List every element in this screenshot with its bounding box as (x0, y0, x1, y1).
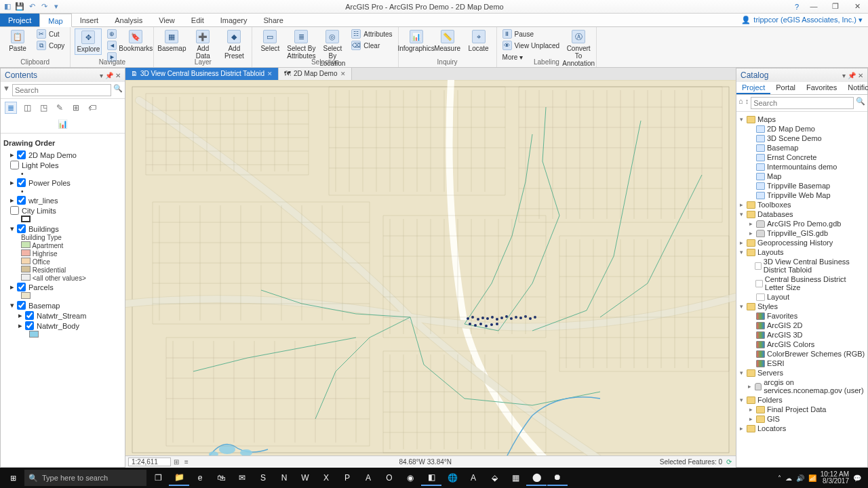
tree-item[interactable]: ▸arcgis on services.nconemap.gov (user) (738, 378, 866, 395)
node-layouts[interactable]: ▾Layouts (738, 247, 866, 257)
layer-light-poles[interactable]: Light Poles (3, 160, 122, 170)
tab-view[interactable]: View (151, 14, 183, 26)
list-selection-icon[interactable]: ◳ (37, 102, 50, 114)
node-styles[interactable]: ▾Styles (738, 302, 866, 311)
tray-chevron-icon[interactable]: ˄ (778, 474, 781, 482)
list-snapping-icon[interactable]: ⊞ (70, 102, 82, 114)
tree-item[interactable]: Trippville Web Map (738, 190, 866, 200)
minimize-button[interactable]: — (806, 2, 822, 11)
tree-item[interactable]: Intermountains demo (738, 162, 866, 171)
tray-icon[interactable]: 🔊 (796, 474, 804, 482)
list-labeling-icon[interactable]: 🏷 (86, 102, 98, 114)
catalog-search-input[interactable] (751, 97, 854, 109)
pane-pin-icon[interactable]: 📌 (848, 72, 856, 79)
node-servers[interactable]: ▾Servers (738, 368, 866, 378)
outlook-icon[interactable]: O (379, 470, 399, 486)
select-by-attributes-button[interactable]: ≣Select By Attributes (288, 28, 315, 61)
maximize-button[interactable]: ❐ (827, 2, 844, 11)
catalog-tab-notifications[interactable]: Notification (842, 82, 868, 94)
tree-item[interactable]: Basemap (738, 143, 866, 152)
tree-item[interactable]: ▸Trippville_GIS.gdb (738, 228, 866, 238)
task-view-icon[interactable]: ❐ (148, 470, 168, 486)
pane-options-icon[interactable]: ▾ (100, 72, 103, 79)
pane-close-icon[interactable]: ✕ (858, 72, 863, 79)
node-toolboxes[interactable]: ▸Toolboxes (738, 200, 866, 209)
contents-search-input[interactable] (12, 84, 111, 96)
access-icon[interactable]: A (358, 470, 378, 486)
camtasia-icon[interactable]: ⬤ (526, 470, 547, 486)
excel-icon[interactable]: X (316, 470, 336, 486)
sort-icon[interactable]: ↕ (745, 97, 749, 109)
map-frame-node[interactable]: ▸ 2D Map Demo (3, 150, 122, 160)
refresh-icon[interactable]: ⟳ (726, 458, 732, 466)
word-icon[interactable]: W (295, 470, 315, 486)
file-explorer-icon[interactable]: 📁 (169, 470, 189, 486)
view-unplaced-button[interactable]: 👁View Unplaced (501, 40, 561, 51)
basemap-button[interactable]: ▦Basemap (158, 28, 185, 54)
view-tab-3d-layout[interactable]: 🗎3D View Central Business District Tablo… (125, 68, 279, 80)
filter-icon[interactable]: ▼ (3, 84, 10, 96)
tree-item[interactable]: Ernst Concrete (738, 152, 866, 162)
tree-item[interactable]: ColorBrewer Schemes (RGB) (738, 349, 866, 359)
signed-in-user[interactable]: 👤 trippcor (eGIS Associates, Inc.) ▾ (741, 14, 868, 26)
tab-analysis[interactable]: Analysis (106, 14, 151, 26)
tab-share[interactable]: Share (256, 14, 292, 26)
powerpoint-icon[interactable]: P (337, 470, 357, 486)
close-tab-icon[interactable]: ✕ (340, 68, 346, 80)
layer-basemap[interactable]: ▾ Basemap (3, 300, 122, 310)
tree-item[interactable]: ArcGIS 2D (738, 321, 866, 330)
tree-item[interactable]: Layout (738, 292, 866, 302)
status-tool-icon[interactable]: ≡ (182, 458, 191, 466)
add-data-button[interactable]: ➕Add Data (189, 28, 216, 61)
start-button[interactable]: ⊞ (3, 470, 23, 486)
tree-item[interactable]: ▸Final Project Data (738, 405, 866, 414)
node-maps[interactable]: ▾Maps (738, 115, 866, 124)
list-chart-icon[interactable]: 📊 (5, 118, 121, 130)
measure-button[interactable]: 📏Measure (434, 28, 461, 54)
outlook-icon[interactable]: ✉ (232, 470, 252, 486)
onenote-icon[interactable]: N (274, 470, 294, 486)
infographics-button[interactable]: 📊Infographics (403, 28, 430, 54)
locate-button[interactable]: ⌖Locate (465, 28, 492, 54)
qat-dropdown-icon[interactable]: ▾ (52, 2, 61, 12)
catalog-tab-favorites[interactable]: Favorites (801, 82, 842, 94)
node-databases[interactable]: ▾Databases (738, 209, 866, 219)
close-button[interactable]: ✕ (849, 2, 865, 11)
attributes-button[interactable]: ☷Attributes (350, 28, 393, 39)
tab-edit[interactable]: Edit (183, 14, 212, 26)
layer-parcels[interactable]: ▸ Parcels (3, 282, 122, 292)
tray-icon[interactable]: ☁ (785, 474, 792, 482)
store-icon[interactable]: 🛍 (211, 470, 231, 486)
clock[interactable]: 10:12 AM8/3/2017 (821, 471, 849, 485)
cut-button[interactable]: ✂Cut (35, 28, 66, 39)
pane-options-icon[interactable]: ▾ (842, 72, 846, 79)
map-canvas[interactable] (125, 80, 736, 455)
skype-icon[interactable]: S (253, 470, 273, 486)
nav-prev-extent[interactable]: ◄ (106, 40, 118, 51)
tree-item[interactable]: 3D View Central Business District Tabloi… (738, 257, 866, 274)
list-drawing-order-icon[interactable]: ≣ (5, 102, 17, 114)
tree-item[interactable]: Trippville Basemap (738, 181, 866, 190)
layer-natwtr-stream[interactable]: ▸ Natwtr_Stream (3, 310, 122, 321)
node-folders[interactable]: ▾Folders (738, 395, 866, 405)
paste-button[interactable]: 📋Paste (4, 28, 31, 54)
layer-wtr-lines[interactable]: ▸ wtr_lines (3, 195, 122, 205)
tab-map[interactable]: Map (39, 14, 71, 27)
save-icon[interactable]: 💾 (15, 2, 24, 12)
acrobat-icon[interactable]: A (463, 470, 484, 486)
tab-insert[interactable]: Insert (72, 14, 107, 26)
bookmarks-button[interactable]: 🔖Bookmarks (122, 28, 149, 54)
arcgis-pro-icon[interactable]: ◧ (421, 470, 441, 486)
close-tab-icon[interactable]: ✕ (267, 68, 273, 80)
layer-city-limits[interactable]: City Limits (3, 205, 122, 216)
nav-full-extent[interactable]: ⊕ (106, 28, 118, 39)
status-tool-icon[interactable]: ⊞ (171, 458, 182, 466)
add-preset-button[interactable]: ◆Add Preset (220, 28, 248, 61)
search-icon[interactable]: 🔍 (113, 84, 123, 96)
layer-power-poles[interactable]: ▸ Power Poles (3, 178, 122, 188)
tree-item[interactable]: ▸GIS (738, 414, 866, 424)
chrome-icon[interactable]: ◉ (400, 470, 420, 486)
pane-close-icon[interactable]: ✕ (115, 72, 121, 79)
node-locators[interactable]: ▸Locators (738, 424, 866, 433)
tree-item[interactable]: Map (738, 171, 866, 181)
